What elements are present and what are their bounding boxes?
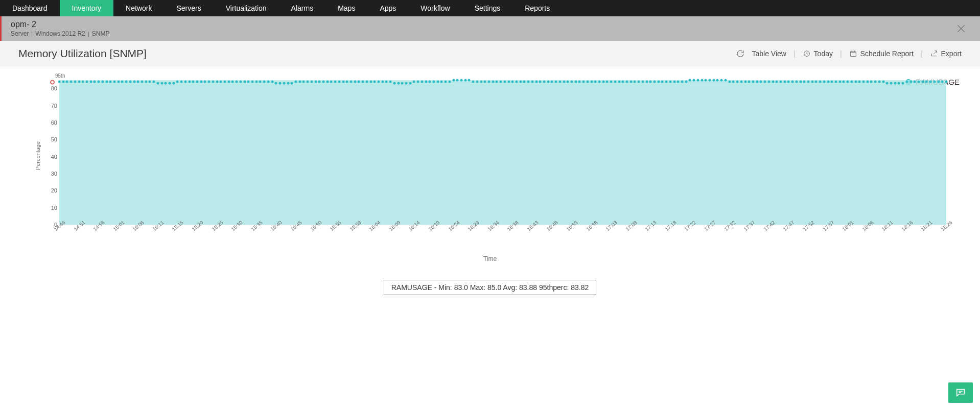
close-icon[interactable] [955, 23, 967, 34]
separator: | [794, 50, 796, 58]
chart-stats-box: RAMUSAGE - Min: 83.0 Max: 85.0 Avg: 83.8… [384, 280, 597, 295]
device-header: opm- 2 ServerWindows 2012 R2SNMP [0, 16, 980, 41]
device-meta: ServerWindows 2012 R2SNMP [11, 30, 109, 37]
nav-tab-maps[interactable]: Maps [325, 0, 367, 16]
nav-tab-settings[interactable]: Settings [462, 0, 513, 16]
y-axis-label: Percentage [35, 141, 41, 170]
refresh-button[interactable] [736, 49, 745, 58]
nav-tab-apps[interactable]: Apps [367, 0, 408, 16]
calendar-icon [849, 50, 857, 58]
device-hostname: opm- 2 [11, 20, 109, 29]
page-title: Memory Utilization [SNMP] [18, 47, 147, 60]
chart-plot[interactable]: Percentage 0102030405060708095th 14:4614… [29, 71, 962, 240]
separator: | [921, 50, 923, 58]
nav-tab-network[interactable]: Network [113, 0, 164, 16]
y-tick: 30 [43, 171, 57, 177]
y-tick: 10 [43, 205, 57, 211]
clock-icon [803, 50, 811, 58]
schedule-report-button[interactable]: Schedule Report [849, 50, 914, 58]
separator: | [840, 50, 842, 58]
chat-icon [955, 387, 966, 398]
y-tick: 40 [43, 154, 57, 160]
y-tick: 20 [43, 187, 57, 194]
export-button[interactable]: Export [930, 50, 962, 58]
chart-area [59, 80, 946, 225]
y-tick: 70 [43, 103, 57, 109]
p95-marker-icon [50, 80, 55, 84]
action-bar: Table View | Today | Schedule Report | E… [736, 49, 962, 58]
nav-tab-virtualization[interactable]: Virtualization [214, 0, 279, 16]
svg-rect-1 [850, 51, 856, 56]
chart-container: RAMUSAGE Percentage 0102030405060708095t… [0, 66, 980, 295]
p95-label: 95th [55, 73, 65, 79]
nav-tab-alarms[interactable]: Alarms [279, 0, 326, 16]
chat-button[interactable] [948, 382, 973, 403]
title-bar: Memory Utilization [SNMP] Table View | T… [0, 41, 980, 66]
y-tick: 50 [43, 136, 57, 142]
nav-tab-workflow[interactable]: Workflow [408, 0, 462, 16]
nav-tab-servers[interactable]: Servers [164, 0, 213, 16]
x-axis-label: Time [18, 255, 962, 262]
time-range-button[interactable]: Today [803, 50, 833, 58]
top-nav: DashboardInventoryNetworkServersVirtuali… [0, 0, 980, 16]
table-view-button[interactable]: Table View [752, 50, 786, 58]
nav-tab-dashboard[interactable]: Dashboard [0, 0, 60, 16]
nav-tab-reports[interactable]: Reports [512, 0, 562, 16]
y-tick: 60 [43, 119, 57, 126]
refresh-icon [736, 49, 745, 58]
export-icon [930, 50, 938, 58]
nav-tab-inventory[interactable]: Inventory [60, 0, 114, 16]
y-tick: 80 [43, 85, 57, 91]
